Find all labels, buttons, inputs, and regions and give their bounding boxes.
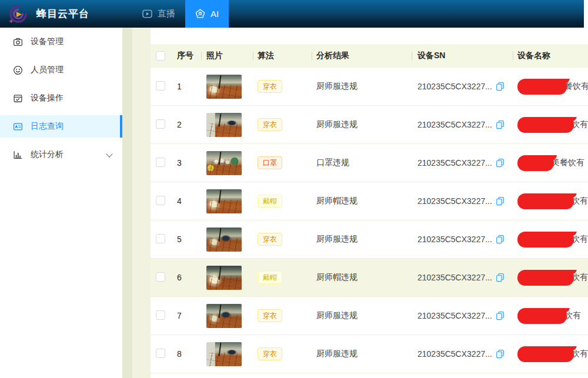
content-gutter-shade (122, 28, 132, 378)
table-body: 1 穿衣 厨师服违规 210235C5CX3227... 美餐饮有 2 穿衣 厨… (151, 68, 588, 373)
algorithm-tag: 穿衣 (258, 309, 282, 322)
copy-icon[interactable] (496, 158, 505, 168)
table-row: 1 穿衣 厨师服违规 210235C5CX3227... 美餐饮有 (151, 68, 588, 106)
col-header-sn: 设备SN (412, 44, 513, 68)
table-row: 3 口罩 口罩违规 210235C5CX3227... 佳美餐饮有 (151, 144, 588, 182)
copy-icon[interactable] (496, 311, 505, 320)
device-name-cell: 餐饮有 (513, 193, 588, 209)
device-sn: 210235C5CX3227... (417, 158, 492, 168)
ai-icon (195, 9, 205, 19)
photo-thumbnail[interactable] (206, 113, 242, 137)
sidebar-item-label: 设备管理 (31, 36, 64, 47)
sidebar: 设备管理 人员管理 设备操作 日志查询 统计分析 (0, 28, 122, 378)
sidebar-item-device-management[interactable]: 设备管理 (0, 31, 122, 53)
tab-live[interactable]: 直播 (132, 0, 185, 28)
device-name-cell: 佳美餐饮有 (513, 155, 588, 171)
row-checkbox[interactable] (156, 196, 165, 205)
copy-icon[interactable] (496, 235, 505, 244)
copy-icon[interactable] (496, 349, 505, 359)
sidebar-item-device-operation[interactable]: 设备操作 (0, 87, 122, 109)
redaction-scribble (517, 79, 567, 95)
camera-icon (13, 37, 23, 47)
device-sn: 210235C5CX3227... (417, 235, 492, 244)
analysis-result: 厨师服违规 (312, 234, 412, 245)
device-sn: 210235C5CX3227... (417, 82, 492, 91)
row-index: 8 (176, 349, 201, 359)
live-icon (142, 9, 152, 18)
row-checkbox[interactable] (156, 119, 165, 129)
copy-icon[interactable] (496, 82, 505, 91)
table-row: 2 穿衣 厨师服违规 210235C5CX3227... 餐饮有 (151, 106, 588, 144)
table-row: 6 戴帽 厨师帽违规 210235C5CX3227... 餐饮有 (151, 259, 588, 297)
row-checkbox[interactable] (156, 158, 165, 167)
algorithm-tag: 穿衣 (258, 118, 282, 131)
redaction-scribble (517, 117, 574, 133)
col-header-photo: 照片 (201, 44, 253, 68)
sidebar-item-label: 统计分析 (31, 149, 64, 160)
col-header-result: 分析结果 (312, 44, 412, 68)
sidebar-item-label: 日志查询 (31, 121, 64, 132)
row-checkbox[interactable] (156, 81, 165, 91)
row-checkbox[interactable] (156, 272, 165, 282)
photo-thumbnail[interactable] (206, 151, 242, 175)
redaction-scribble (517, 232, 574, 247)
algorithm-tag: 穿衣 (258, 233, 282, 246)
photo-thumbnail[interactable] (206, 266, 242, 290)
sidebar-item-statistics[interactable]: 统计分析 (0, 143, 122, 166)
table-row: 7 穿衣 厨师服违规 210235C5CX3227... 餐饮有 (151, 297, 588, 335)
device-sn: 210235C5CX3227... (417, 120, 492, 129)
algorithm-tag: 口罩 (258, 156, 282, 169)
device-sn: 210235C5CX3227... (417, 311, 492, 320)
redaction-scribble (517, 193, 574, 209)
copy-icon[interactable] (496, 273, 505, 282)
photo-thumbnail[interactable] (206, 304, 242, 328)
person-icon (13, 65, 23, 75)
photo-thumbnail[interactable] (206, 75, 242, 99)
analysis-result: 厨师服违规 (312, 310, 412, 321)
row-index: 5 (176, 235, 201, 244)
table-row: 4 戴帽 厨师帽违规 210235C5CX3227... 餐饮有 (151, 182, 588, 220)
algorithm-tag: 穿衣 (258, 80, 282, 93)
photo-thumbnail[interactable] (206, 228, 242, 252)
row-checkbox[interactable] (156, 234, 165, 243)
row-checkbox[interactable] (156, 349, 165, 358)
tab-ai[interactable]: AI (185, 0, 229, 28)
row-index: 6 (176, 273, 201, 282)
device-name-cell: 餐饮有 (513, 308, 588, 324)
sidebar-item-label: 人员管理 (31, 65, 64, 75)
row-index: 4 (176, 196, 201, 206)
nav-tabs: 直播 AI (132, 0, 229, 28)
col-header-device-name: 设备名称 (513, 44, 588, 68)
row-index: 3 (176, 158, 201, 168)
copy-icon[interactable] (496, 196, 505, 206)
device-name-cell: 餐饮有 (513, 270, 588, 286)
photo-thumbnail[interactable] (206, 189, 242, 213)
top-navbar: 蜂目云平台 直播 AI (0, 0, 584, 28)
chevron-down-icon (106, 150, 112, 157)
col-header-algorithm: 算法 (253, 44, 312, 68)
table-row: 8 穿衣 厨师服违规 210235C5CX3227... 餐饮有 (151, 335, 588, 373)
sidebar-item-personnel-management[interactable]: 人员管理 (0, 59, 122, 81)
device-name-cell: 餐饮有 (513, 232, 588, 247)
analysis-result: 口罩违规 (312, 158, 412, 168)
algorithm-tag: 戴帽 (258, 271, 282, 284)
redaction-scribble (517, 346, 574, 362)
stats-icon (13, 150, 23, 160)
app-logo-icon (8, 4, 29, 25)
sidebar-item-log-query[interactable]: 日志查询 (0, 115, 122, 138)
algorithm-tag: 戴帽 (258, 195, 282, 208)
photo-thumbnail[interactable] (206, 342, 242, 366)
tab-live-label: 直播 (158, 8, 175, 19)
app-title: 蜂目云平台 (36, 7, 89, 21)
algorithm-tag: 穿衣 (258, 347, 282, 360)
analysis-result: 厨师帽违规 (312, 272, 412, 283)
row-index: 2 (176, 120, 201, 129)
table-row: 5 穿衣 厨师服违规 210235C5CX3227... 餐饮有 (151, 220, 588, 259)
log-query-icon (13, 122, 23, 132)
redaction-scribble (517, 308, 567, 324)
copy-icon[interactable] (496, 120, 505, 129)
row-checkbox[interactable] (156, 310, 165, 320)
device-sn: 210235C5CX3227... (417, 349, 492, 359)
select-all-checkbox[interactable] (156, 51, 165, 61)
device-name-cell: 餐饮有 (513, 117, 588, 133)
